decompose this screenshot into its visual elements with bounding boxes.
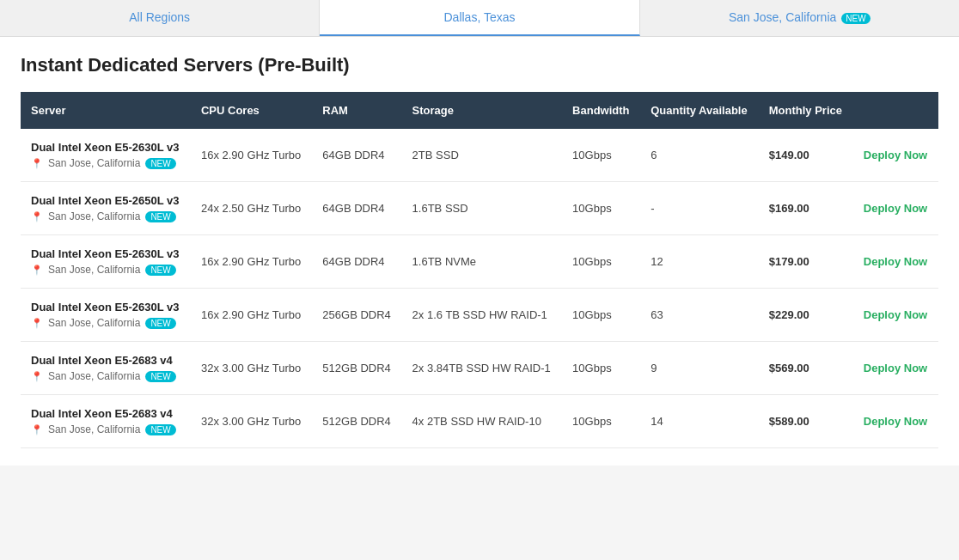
tab-all[interactable]: All Regions [0,0,320,36]
location-text-0: San Jose, California [48,157,140,169]
cell-bandwidth-2: 10Gbps [562,235,640,289]
table-header: ServerCPU CoresRAMStorageBandwidthQuanti… [21,92,938,129]
cell-ram-2: 64GB DDR4 [312,235,401,289]
cell-storage-1: 1.6TB SSD [402,182,563,235]
server-location-2: 📍San Jose, CaliforniaNEW [31,264,180,276]
location-pin-icon: 📍 [31,318,43,329]
server-name-4: Dual Intel Xeon E5-2683 v4 [31,354,180,367]
new-badge-5: NEW [145,424,175,435]
cell-qty-1: - [640,182,759,235]
cell-storage-0: 2TB SSD [402,129,563,182]
cell-qty-5: 14 [640,395,759,448]
tab-label-all: All Regions [129,10,190,24]
cell-action-2: Deploy Now [853,235,938,289]
cell-qty-4: 9 [640,342,759,395]
server-location-1: 📍San Jose, CaliforniaNEW [31,210,180,222]
col-header-action [853,92,938,129]
deploy-button-3[interactable]: Deploy Now [864,308,927,321]
cell-storage-4: 2x 3.84TB SSD HW RAID-1 [402,342,563,395]
cell-server-3: Dual Intel Xeon E5-2630L v3📍San Jose, Ca… [21,289,191,342]
cell-server-2: Dual Intel Xeon E5-2630L v3📍San Jose, Ca… [21,235,191,289]
cell-ram-5: 512GB DDR4 [312,395,401,448]
tab-new-badge-sanjose: NEW [841,13,870,24]
new-badge-4: NEW [145,371,175,382]
col-header-price: Monthly Price [759,92,853,129]
server-name-1: Dual Intel Xeon E5-2650L v3 [31,194,180,207]
cell-bandwidth-0: 10Gbps [562,129,640,182]
location-text-1: San Jose, California [48,210,140,222]
table-row: Dual Intel Xeon E5-2683 v4📍San Jose, Cal… [21,395,938,448]
location-pin-icon: 📍 [31,158,43,169]
server-location-5: 📍San Jose, CaliforniaNEW [31,423,180,435]
location-pin-icon: 📍 [31,371,43,382]
cell-cpu-5: 32x 3.00 GHz Turbo [191,395,312,448]
location-text-5: San Jose, California [48,423,140,435]
cell-server-5: Dual Intel Xeon E5-2683 v4📍San Jose, Cal… [21,395,191,448]
col-header-cpu: CPU Cores [191,92,312,129]
cell-action-5: Deploy Now [853,395,938,448]
location-text-2: San Jose, California [48,264,140,276]
table-row: Dual Intel Xeon E5-2683 v4📍San Jose, Cal… [21,342,938,395]
table-row: Dual Intel Xeon E5-2650L v3📍San Jose, Ca… [21,182,938,235]
cell-price-3: $229.00 [759,289,853,342]
cell-storage-3: 2x 1.6 TB SSD HW RAID-1 [402,289,563,342]
server-name-5: Dual Intel Xeon E5-2683 v4 [31,407,180,420]
servers-table: ServerCPU CoresRAMStorageBandwidthQuanti… [21,92,938,448]
tabs-row: All RegionsDallas, TexasSan Jose, Califo… [0,0,959,37]
deploy-button-4[interactable]: Deploy Now [864,362,927,374]
tabs-container: All RegionsDallas, TexasSan Jose, Califo… [0,0,959,37]
cell-bandwidth-3: 10Gbps [562,289,640,342]
cell-action-3: Deploy Now [853,289,938,342]
new-badge-2: NEW [145,265,175,276]
table-row: Dual Intel Xeon E5-2630L v3📍San Jose, Ca… [21,289,938,342]
table-body: Dual Intel Xeon E5-2630L v3📍San Jose, Ca… [21,129,938,448]
tab-sanjose[interactable]: San Jose, CaliforniaNEW [640,0,959,36]
cell-ram-1: 64GB DDR4 [312,182,401,235]
tab-dallas[interactable]: Dallas, Texas [320,0,639,36]
server-location-4: 📍San Jose, CaliforniaNEW [31,370,180,382]
cell-action-1: Deploy Now [853,182,938,235]
new-badge-1: NEW [145,211,175,222]
location-text-4: San Jose, California [48,370,140,382]
deploy-button-0[interactable]: Deploy Now [864,149,927,161]
deploy-button-2[interactable]: Deploy Now [864,255,927,268]
cell-storage-5: 4x 2TB SSD HW RAID-10 [402,395,563,448]
new-badge-0: NEW [145,158,175,169]
col-header-server: Server [21,92,191,129]
cell-qty-3: 63 [640,289,759,342]
cell-server-4: Dual Intel Xeon E5-2683 v4📍San Jose, Cal… [21,342,191,395]
server-name-0: Dual Intel Xeon E5-2630L v3 [31,141,180,154]
deploy-button-1[interactable]: Deploy Now [864,202,927,215]
cell-price-2: $179.00 [759,235,853,289]
cell-ram-3: 256GB DDR4 [312,289,401,342]
location-text-3: San Jose, California [48,317,140,329]
tab-label-dallas: Dallas, Texas [443,10,515,24]
cell-qty-2: 12 [640,235,759,289]
cell-storage-2: 1.6TB NVMe [402,235,563,289]
page-title: Instant Dedicated Servers (Pre-Built) [21,54,938,76]
header-row: ServerCPU CoresRAMStorageBandwidthQuanti… [21,92,938,129]
server-name-2: Dual Intel Xeon E5-2630L v3 [31,247,180,260]
cell-ram-0: 64GB DDR4 [312,129,401,182]
cell-cpu-1: 24x 2.50 GHz Turbo [191,182,312,235]
cell-action-4: Deploy Now [853,342,938,395]
table-row: Dual Intel Xeon E5-2630L v3📍San Jose, Ca… [21,129,938,182]
cell-price-5: $589.00 [759,395,853,448]
cell-price-4: $569.00 [759,342,853,395]
cell-cpu-4: 32x 3.00 GHz Turbo [191,342,312,395]
page-content: Instant Dedicated Servers (Pre-Built) Se… [0,37,959,466]
server-location-0: 📍San Jose, CaliforniaNEW [31,157,180,169]
location-pin-icon: 📍 [31,265,43,276]
col-header-ram: RAM [312,92,401,129]
cell-cpu-0: 16x 2.90 GHz Turbo [191,129,312,182]
col-header-qty: Quantity Available [640,92,759,129]
table-row: Dual Intel Xeon E5-2630L v3📍San Jose, Ca… [21,235,938,289]
tab-label-sanjose: San Jose, California [729,10,836,24]
cell-cpu-3: 16x 2.90 GHz Turbo [191,289,312,342]
cell-bandwidth-4: 10Gbps [562,342,640,395]
cell-server-0: Dual Intel Xeon E5-2630L v3📍San Jose, Ca… [21,129,191,182]
deploy-button-5[interactable]: Deploy Now [864,415,927,428]
cell-qty-0: 6 [640,129,759,182]
cell-server-1: Dual Intel Xeon E5-2650L v3📍San Jose, Ca… [21,182,191,235]
col-header-bandwidth: Bandwidth [562,92,640,129]
